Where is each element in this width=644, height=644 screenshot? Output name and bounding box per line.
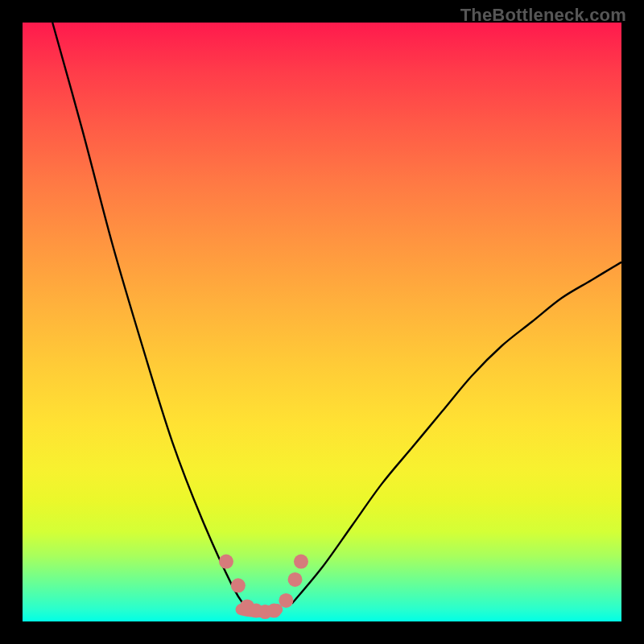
right-curve bbox=[292, 262, 621, 604]
chart-frame: TheBottleneck.com bbox=[0, 0, 644, 644]
svg-point-6 bbox=[279, 593, 293, 608]
svg-point-7 bbox=[288, 572, 303, 587]
trough-markers bbox=[219, 555, 308, 620]
watermark-text: TheBottleneck.com bbox=[460, 5, 626, 26]
svg-point-1 bbox=[231, 578, 246, 592]
chart-svg-layer bbox=[0, 0, 644, 644]
svg-point-0 bbox=[219, 555, 233, 569]
left-curve bbox=[52, 23, 247, 609]
svg-point-5 bbox=[266, 604, 281, 618]
svg-point-8 bbox=[294, 555, 308, 569]
